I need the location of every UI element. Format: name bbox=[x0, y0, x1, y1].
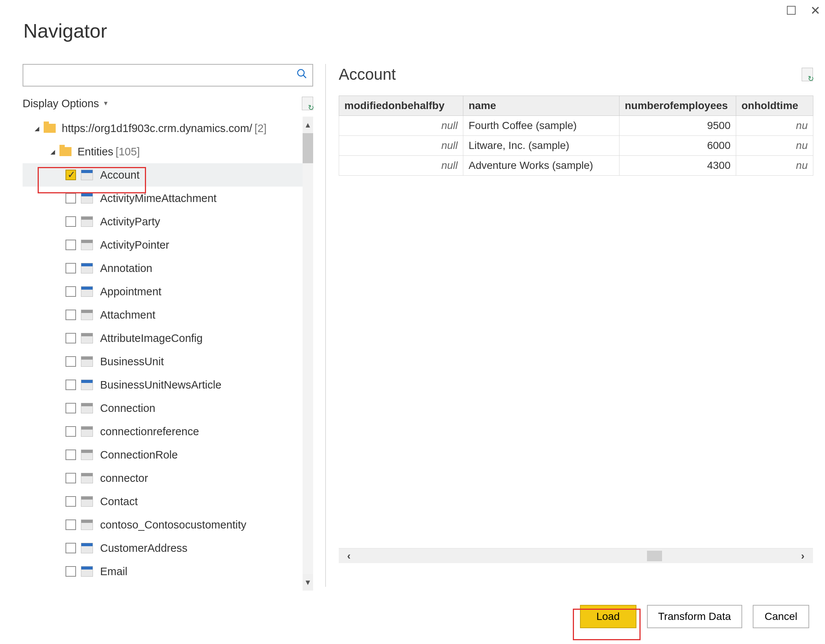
table-icon bbox=[81, 193, 93, 203]
entity-checkbox[interactable] bbox=[65, 473, 76, 483]
table-row[interactable]: nullLitware, Inc. (sample)6000nu bbox=[339, 136, 813, 156]
entity-checkbox[interactable] bbox=[65, 566, 76, 577]
entity-checkbox[interactable] bbox=[65, 379, 76, 390]
entity-checkbox[interactable] bbox=[65, 333, 76, 344]
entity-checkbox[interactable] bbox=[65, 193, 76, 203]
entity-checkbox[interactable] bbox=[65, 240, 76, 250]
table-icon bbox=[81, 287, 93, 296]
tree-node-count: [105] bbox=[116, 146, 140, 158]
tree-node-entity[interactable]: Appointment bbox=[23, 280, 303, 303]
column-header[interactable]: numberofemployees bbox=[620, 96, 736, 116]
tree-node-entity[interactable]: ConnectionRole bbox=[23, 443, 303, 467]
cell-numberofemployees: 9500 bbox=[620, 116, 736, 136]
entity-label: contoso_Contosocustomentity bbox=[100, 519, 247, 531]
preview-h-scrollbar[interactable]: ‹ › bbox=[339, 548, 813, 563]
refresh-preview-icon[interactable] bbox=[802, 68, 813, 81]
tree-node-entities[interactable]: ◢ Entities [105] bbox=[23, 140, 303, 163]
tree-node-entity[interactable]: ActivityMimeAttachment bbox=[23, 186, 303, 210]
table-row[interactable]: nullAdventure Works (sample)4300nu bbox=[339, 156, 813, 176]
table-icon bbox=[81, 427, 93, 436]
tree-node-entity[interactable]: Attachment bbox=[23, 303, 303, 327]
display-options-label: Display Options bbox=[23, 97, 99, 110]
transform-data-button[interactable]: Transform Data bbox=[647, 605, 742, 628]
svg-point-0 bbox=[298, 69, 304, 76]
column-header[interactable]: name bbox=[463, 96, 620, 116]
scroll-right-icon[interactable]: › bbox=[793, 548, 813, 563]
scroll-left-icon[interactable]: ‹ bbox=[339, 548, 359, 563]
tree-area: ◢ https://org1d1f903c.crm.dynamics.com/ … bbox=[23, 117, 313, 590]
cell-name: Adventure Works (sample) bbox=[463, 156, 620, 176]
entity-checkbox[interactable] bbox=[65, 169, 76, 180]
tree-node-entity[interactable]: Contact bbox=[23, 490, 303, 513]
load-button[interactable]: Load bbox=[580, 605, 637, 628]
table-icon bbox=[81, 170, 93, 180]
entity-checkbox[interactable] bbox=[65, 426, 76, 437]
entity-label: AttributeImageConfig bbox=[100, 332, 202, 345]
tree: ◢ https://org1d1f903c.crm.dynamics.com/ … bbox=[23, 117, 303, 583]
entity-checkbox[interactable] bbox=[65, 450, 76, 460]
table-icon bbox=[81, 217, 93, 226]
scroll-down-icon[interactable]: ▼ bbox=[303, 574, 313, 590]
entity-checkbox[interactable] bbox=[65, 216, 76, 227]
entity-checkbox[interactable] bbox=[65, 496, 76, 507]
column-header[interactable]: modifiedonbehalfby bbox=[339, 96, 463, 116]
entity-checkbox[interactable] bbox=[65, 310, 76, 320]
maximize-icon[interactable]: ☐ bbox=[786, 5, 797, 17]
entity-checkbox[interactable] bbox=[65, 543, 76, 553]
entity-label: ActivityMimeAttachment bbox=[100, 192, 216, 205]
column-header[interactable]: onholdtime bbox=[736, 96, 813, 116]
tree-node-entity[interactable]: CustomerAddress bbox=[23, 536, 303, 560]
scroll-up-icon[interactable]: ▲ bbox=[303, 117, 313, 133]
tree-node-entity[interactable]: AttributeImageConfig bbox=[23, 327, 303, 350]
table-row[interactable]: nullFourth Coffee (sample)9500nu bbox=[339, 116, 813, 136]
tree-node-entity[interactable]: BusinessUnit bbox=[23, 350, 303, 373]
dialog-title: Navigator bbox=[23, 20, 107, 42]
table-icon bbox=[81, 496, 93, 506]
cell-numberofemployees: 4300 bbox=[620, 156, 736, 176]
entity-checkbox[interactable] bbox=[65, 356, 76, 367]
collapse-icon[interactable]: ◢ bbox=[51, 148, 59, 156]
tree-node-entity[interactable]: connectionreference bbox=[23, 420, 303, 443]
panel-divider bbox=[325, 64, 326, 587]
chevron-down-icon: ▼ bbox=[103, 100, 109, 107]
table-icon bbox=[81, 240, 93, 250]
table-icon bbox=[81, 403, 93, 413]
tree-node-entity[interactable]: BusinessUnitNewsArticle bbox=[23, 373, 303, 396]
entity-checkbox[interactable] bbox=[65, 519, 76, 530]
cell-name: Litware, Inc. (sample) bbox=[463, 136, 620, 156]
refresh-preview-icon[interactable] bbox=[302, 97, 313, 110]
tree-node-entity[interactable]: Email bbox=[23, 560, 303, 583]
table-icon bbox=[81, 543, 93, 553]
tree-node-label: Entities bbox=[77, 146, 113, 158]
tree-node-entity[interactable]: Connection bbox=[23, 396, 303, 420]
tree-node-entity[interactable]: ActivityPointer bbox=[23, 233, 303, 257]
search-icon[interactable] bbox=[291, 68, 312, 82]
entity-checkbox[interactable] bbox=[65, 286, 76, 297]
display-options-dropdown[interactable]: Display Options ▼ bbox=[23, 97, 109, 110]
close-icon[interactable]: ✕ bbox=[810, 5, 820, 17]
table-icon bbox=[81, 380, 93, 390]
scroll-thumb[interactable] bbox=[647, 551, 662, 561]
tree-scrollbar[interactable]: ▲ ▼ bbox=[303, 117, 313, 590]
tree-node-entity[interactable]: connector bbox=[23, 467, 303, 490]
entity-checkbox[interactable] bbox=[65, 403, 76, 413]
dialog-footer: Load Transform Data Cancel bbox=[580, 605, 809, 628]
collapse-icon[interactable]: ◢ bbox=[35, 125, 44, 132]
cancel-button[interactable]: Cancel bbox=[753, 605, 809, 628]
entity-label: connectionreference bbox=[100, 425, 199, 438]
search-input[interactable] bbox=[23, 69, 291, 81]
search-box[interactable] bbox=[23, 64, 313, 86]
entity-label: Annotation bbox=[100, 262, 153, 274]
tree-node-root[interactable]: ◢ https://org1d1f903c.crm.dynamics.com/ … bbox=[23, 117, 303, 140]
entity-label: Connection bbox=[100, 402, 155, 414]
entity-checkbox[interactable] bbox=[65, 263, 76, 273]
tree-node-entity[interactable]: Account bbox=[23, 163, 303, 186]
tree-node-entity[interactable]: ActivityParty bbox=[23, 210, 303, 233]
entity-label: ActivityParty bbox=[100, 216, 160, 228]
cell-modifiedonbehalfby: null bbox=[339, 136, 463, 156]
tree-node-entity[interactable]: contoso_Contosocustomentity bbox=[23, 513, 303, 536]
scroll-thumb[interactable] bbox=[303, 133, 313, 163]
cell-onholdtime: nu bbox=[736, 156, 813, 176]
cell-name: Fourth Coffee (sample) bbox=[463, 116, 620, 136]
tree-node-entity[interactable]: Annotation bbox=[23, 257, 303, 280]
